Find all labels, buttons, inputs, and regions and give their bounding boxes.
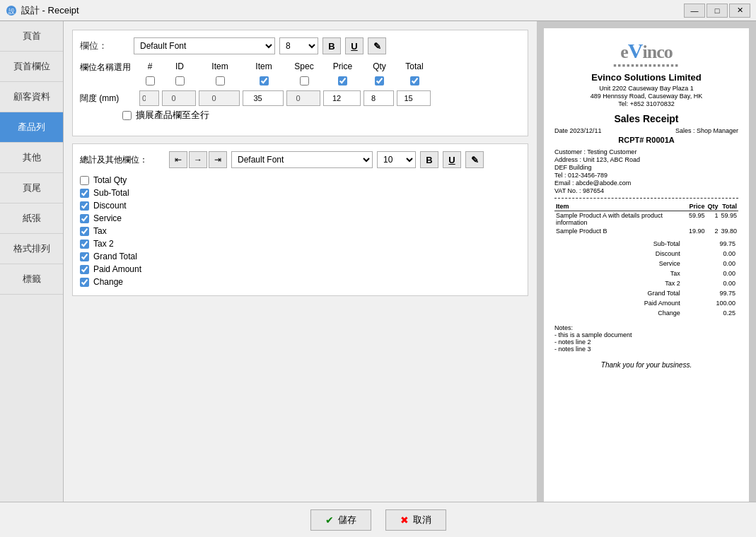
sidebar-item-label[interactable]: 標籤 — [0, 264, 63, 295]
summary-underline-button[interactable]: U — [443, 151, 461, 168]
col-id-checkbox[interactable] — [175, 76, 185, 85]
tax2-row: Tax 2 0.00 — [556, 279, 737, 288]
col-spec-checkbox[interactable] — [300, 76, 309, 85]
col-brand-checkbox[interactable] — [216, 76, 225, 85]
align-center-button[interactable]: → — [189, 151, 207, 168]
summary-checkboxes: Total Qty Sub-Total Discount Service Tax — [80, 174, 521, 288]
service-checkbox[interactable] — [80, 214, 89, 223]
item-1-total: 39.80 — [719, 227, 738, 235]
columns-underline-button[interactable]: U — [345, 37, 364, 54]
service-label: Service — [556, 259, 682, 268]
receipt-tel-c: Tel : 012-3456-789 — [554, 172, 738, 179]
receipt-divider-1 — [554, 198, 738, 199]
total-qty-label: Total Qty — [93, 175, 127, 185]
change-checkbox[interactable] — [80, 278, 89, 287]
receipt-address-c: Address : Unit 123, ABC Road — [554, 156, 738, 163]
columns-font-select[interactable]: Default Font — [134, 37, 275, 54]
grand-total-checkbox[interactable] — [80, 252, 89, 261]
close-button[interactable]: ✕ — [729, 4, 750, 18]
tax2-checkbox[interactable] — [80, 240, 89, 249]
expand-checkbox[interactable] — [122, 111, 132, 120]
summary-bold-button[interactable]: B — [420, 151, 438, 168]
col-total-width[interactable] — [397, 90, 431, 106]
align-right-button[interactable]: ⇥ — [209, 151, 227, 168]
paid-amount-label-r: Paid Amount — [556, 299, 682, 307]
col-brand-width[interactable] — [199, 90, 240, 106]
col-total-header: Total — [397, 61, 432, 73]
col-item-checkbox[interactable] — [260, 76, 269, 85]
tax2-label: Tax 2 — [93, 239, 114, 249]
tax-row: Tax 0.00 — [556, 269, 737, 278]
item-0-price: 59.95 — [687, 211, 706, 228]
col-headers-row: # ID Item Item Spec Price Qty Total — [139, 61, 521, 73]
cancel-icon: ✖ — [400, 514, 409, 526]
tax2-value: 0.00 — [683, 279, 737, 288]
item-0-total: 59.95 — [719, 211, 738, 228]
tax2-label-r: Tax 2 — [556, 279, 682, 288]
item-0-qty: 1 — [706, 211, 719, 228]
summary-pen-button[interactable]: ✎ — [465, 151, 484, 168]
grand-total-row: Grand Total 99.75 — [556, 289, 737, 297]
receipt-address1: Unit 2202 Causeway Bay Plaza 1 — [554, 85, 738, 92]
columns-size-select[interactable]: 8 — [279, 37, 318, 54]
summary-font-select[interactable]: Default Font — [231, 151, 373, 168]
grand-total-label: Grand Total — [93, 252, 137, 261]
item-1-name: Sample Product B — [554, 227, 687, 235]
receipt-title: Sales Receipt — [554, 113, 738, 124]
cancel-label: 取消 — [413, 514, 431, 526]
summary-section-label: 總計及其他欄位： — [80, 154, 165, 166]
service-value: 0.00 — [683, 259, 737, 268]
sidebar-item-header-fields[interactable]: 頁首欄位 — [0, 52, 63, 82]
preview-area: eVinco ■■■■■■■■■■■■■■■ Evinco Solutions … — [537, 21, 756, 502]
save-button[interactable]: ✔ 儲存 — [310, 509, 371, 531]
discount-checkbox[interactable] — [80, 201, 89, 211]
app-icon: 設 — [6, 5, 17, 16]
change-label-r: Change — [556, 309, 682, 317]
col-total-checkbox[interactable] — [410, 76, 419, 85]
col-hash-width[interactable] — [139, 90, 159, 106]
sidebar-item-format[interactable]: 格式排列 — [0, 234, 63, 264]
receipt-meta: Date 2023/12/11 Sales : Shop Manager — [554, 127, 738, 134]
col-spec-header: Spec — [286, 61, 322, 73]
col-qty-width[interactable] — [364, 90, 394, 106]
cancel-button[interactable]: ✖ 取消 — [385, 509, 446, 531]
tax-label-r: Tax — [556, 269, 682, 278]
tax-checkbox[interactable] — [80, 227, 89, 236]
col-id-width[interactable] — [162, 90, 196, 106]
columns-pen-button[interactable]: ✎ — [368, 37, 386, 54]
change-value: 0.25 — [683, 309, 737, 317]
col-hash-checkbox[interactable] — [146, 76, 155, 85]
sidebar-item-customer[interactable]: 顧客資料 — [0, 82, 63, 112]
window-controls: — □ ✕ — [684, 4, 750, 18]
col-price-th: Price — [687, 202, 706, 211]
receipt-address2: 489 Hennssy Road, Causeway Bay, HK — [554, 93, 738, 100]
sidebar-item-footer[interactable]: 頁尾 — [0, 173, 63, 203]
columns-bold-button[interactable]: B — [322, 37, 341, 54]
service-label: Service — [93, 213, 122, 223]
window-title: 設計 - Receipt — [21, 4, 684, 17]
sidebar-item-product-list[interactable]: 產品列 — [0, 112, 63, 143]
receipt-building: DEF Building — [554, 164, 738, 171]
total-qty-checkbox[interactable] — [80, 176, 89, 185]
col-item-width[interactable] — [243, 90, 284, 106]
sidebar-item-other[interactable]: 其他 — [0, 143, 63, 173]
maximize-button[interactable]: □ — [706, 4, 728, 18]
receipt-date: Date 2023/12/11 — [554, 127, 602, 134]
col-price-width[interactable] — [323, 90, 361, 106]
align-left-button[interactable]: ⇤ — [169, 151, 187, 168]
col-price-checkbox[interactable] — [338, 76, 347, 85]
sidebar-item-header[interactable]: 頁首 — [0, 21, 63, 52]
col-spec-width[interactable] — [286, 90, 320, 106]
summary-size-select[interactable]: 10 — [377, 151, 416, 168]
sub-total-checkbox[interactable] — [80, 189, 89, 198]
content-area: 欄位： Default Font 8 B U ✎ 欄位名稱選用 # ID Ite… — [64, 21, 537, 502]
width-label: 闊度 (mm) — [80, 93, 136, 105]
col-qty-checkbox[interactable] — [375, 76, 384, 85]
receipt-vat: VAT No. : 987654 — [554, 187, 738, 194]
minimize-button[interactable]: — — [684, 4, 705, 18]
note2: - notes line 2 — [554, 338, 738, 346]
sidebar-item-paper[interactable]: 紙張 — [0, 203, 63, 234]
paid-amount-checkbox[interactable] — [80, 265, 89, 274]
item-0-name: Sample Product A with details product in… — [554, 211, 687, 228]
receipt-notes: Notes: - this is a sample document - not… — [554, 324, 738, 353]
